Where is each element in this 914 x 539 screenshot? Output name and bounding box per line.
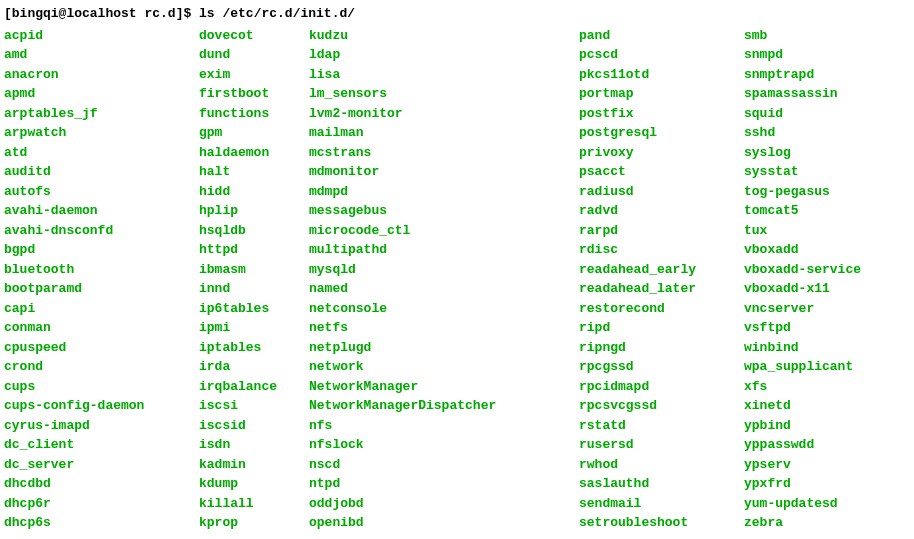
file-item: dovecot [199,26,309,46]
file-item: dhcdbd [4,474,199,494]
file-item: netconsole [309,299,579,319]
file-item: auditd [4,162,199,182]
file-item: wpa_supplicant [744,357,861,377]
file-item: smb [744,26,861,46]
file-item: privoxy [579,143,744,163]
file-item: rdisc [579,240,744,260]
file-item: snmptrapd [744,65,861,85]
file-item: lisa [309,65,579,85]
file-item: postfix [579,104,744,124]
file-item: iscsi [199,396,309,416]
file-item: tomcat5 [744,201,861,221]
file-item: readahead_early [579,260,744,280]
column-1: acpidamdanacronapmdarptables_jfarpwatcha… [4,26,199,533]
file-item: netplugd [309,338,579,358]
file-item: hplip [199,201,309,221]
file-item: nfs [309,416,579,436]
column-3: kudzuldaplisalm_sensorslvm2-monitormailm… [309,26,579,533]
file-item: apmd [4,84,199,104]
file-item: mailman [309,123,579,143]
file-item: ypxfrd [744,474,861,494]
file-item: ripngd [579,338,744,358]
file-item: cups-config-daemon [4,396,199,416]
file-item: yppasswdd [744,435,861,455]
file-item: mdmonitor [309,162,579,182]
file-item: openibd [309,513,579,533]
file-item: rpcgssd [579,357,744,377]
file-item: bluetooth [4,260,199,280]
file-item: hsqldb [199,221,309,241]
file-item: rarpd [579,221,744,241]
file-item: gpm [199,123,309,143]
file-item: atd [4,143,199,163]
file-item: dhcp6r [4,494,199,514]
file-item: haldaemon [199,143,309,163]
file-item: ypserv [744,455,861,475]
file-item: crond [4,357,199,377]
file-item: ibmasm [199,260,309,280]
file-item: saslauthd [579,474,744,494]
file-item: bootparamd [4,279,199,299]
file-item: iscsid [199,416,309,436]
file-item: isdn [199,435,309,455]
file-item: nfslock [309,435,579,455]
file-item: dc_client [4,435,199,455]
file-item: network [309,357,579,377]
file-item: pcscd [579,45,744,65]
file-item: ripd [579,318,744,338]
file-item: avahi-dnsconfd [4,221,199,241]
file-item: mdmpd [309,182,579,202]
file-item: zebra [744,513,861,533]
column-5: smbsnmpdsnmptrapdspamassassinsquidsshdsy… [744,26,861,533]
file-item: arpwatch [4,123,199,143]
file-item: microcode_ctl [309,221,579,241]
file-item: mysqld [309,260,579,280]
file-item: yum-updatesd [744,494,861,514]
file-item: irqbalance [199,377,309,397]
file-item: amd [4,45,199,65]
file-item: rpcidmapd [579,377,744,397]
file-item: hidd [199,182,309,202]
file-item: halt [199,162,309,182]
file-item: rusersd [579,435,744,455]
column-4: pandpcscdpkcs11otdportmappostfixpostgres… [579,26,744,533]
file-item: exim [199,65,309,85]
file-item: dhcp6s [4,513,199,533]
file-item: iptables [199,338,309,358]
file-item: NetworkManager [309,377,579,397]
file-item: anacron [4,65,199,85]
file-item: xfs [744,377,861,397]
file-item: ipmi [199,318,309,338]
file-item: oddjobd [309,494,579,514]
prompt-text: [bingqi@localhost rc.d]$ ls /etc/rc.d/in… [4,6,355,21]
file-item: ypbind [744,416,861,436]
file-item: postgresql [579,123,744,143]
file-item: capi [4,299,199,319]
terminal-output: [bingqi@localhost rc.d]$ ls /etc/rc.d/in… [4,4,910,533]
file-item: named [309,279,579,299]
file-item: pkcs11otd [579,65,744,85]
file-item: cups [4,377,199,397]
file-item: vsftpd [744,318,861,338]
ls-output: acpidamdanacronapmdarptables_jfarpwatcha… [4,26,910,533]
file-item: avahi-daemon [4,201,199,221]
file-item: setroubleshoot [579,513,744,533]
file-item: sendmail [579,494,744,514]
file-item: radvd [579,201,744,221]
file-item: innd [199,279,309,299]
file-item: netfs [309,318,579,338]
file-item: ip6tables [199,299,309,319]
file-item: kprop [199,513,309,533]
file-item: messagebus [309,201,579,221]
file-item: kudzu [309,26,579,46]
file-item: killall [199,494,309,514]
file-item: cpuspeed [4,338,199,358]
file-item: vncserver [744,299,861,319]
file-item: tux [744,221,861,241]
file-item: kadmin [199,455,309,475]
file-item: portmap [579,84,744,104]
file-item: squid [744,104,861,124]
file-item: vboxadd-service [744,260,861,280]
file-item: tog-pegasus [744,182,861,202]
file-item: httpd [199,240,309,260]
